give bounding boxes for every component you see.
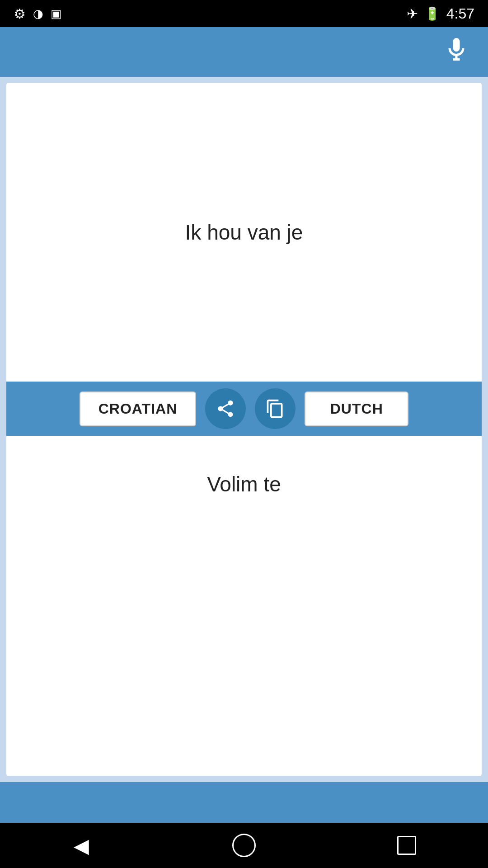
- app-bar: [0, 27, 488, 77]
- copy-icon: [265, 399, 285, 419]
- airplane-icon: ✈: [407, 6, 418, 22]
- share-button[interactable]: [205, 388, 246, 429]
- language-bar: CROATIAN DUTCH: [6, 382, 482, 436]
- source-text-area[interactable]: Ik hou van je: [6, 83, 482, 382]
- battery-icon: 🔋: [424, 6, 440, 21]
- translation-text-area[interactable]: Volim te: [6, 436, 482, 776]
- target-language-button[interactable]: DUTCH: [305, 392, 408, 426]
- status-left-icons: ⚙ ◑ ▣: [14, 6, 62, 22]
- bottom-bar: [0, 782, 488, 823]
- translation-text: Volim te: [207, 472, 281, 496]
- microphone-button[interactable]: [443, 36, 470, 68]
- navigation-bar: ◀: [0, 823, 488, 868]
- main-content: Ik hou van je CROATIAN DUTCH Volim te: [0, 77, 488, 782]
- recents-icon: [397, 836, 416, 855]
- sd-card-icon: ▣: [51, 7, 62, 21]
- status-bar: ⚙ ◑ ▣ ✈ 🔋 4:57: [0, 0, 488, 27]
- copy-button[interactable]: [255, 388, 296, 429]
- source-language-button[interactable]: CROATIAN: [80, 392, 197, 426]
- home-icon: [232, 834, 256, 857]
- recents-button[interactable]: [389, 827, 425, 863]
- gear-icon: ⚙: [14, 6, 26, 22]
- status-time: 4:57: [446, 5, 474, 22]
- home-button[interactable]: [226, 827, 262, 863]
- back-button[interactable]: ◀: [63, 827, 99, 863]
- back-icon: ◀: [74, 834, 89, 857]
- microphone-icon: [443, 36, 470, 63]
- source-text: Ik hou van je: [185, 220, 303, 245]
- circle-icon: ◑: [33, 7, 43, 21]
- status-right-icons: ✈ 🔋 4:57: [407, 5, 474, 22]
- share-icon: [216, 399, 235, 419]
